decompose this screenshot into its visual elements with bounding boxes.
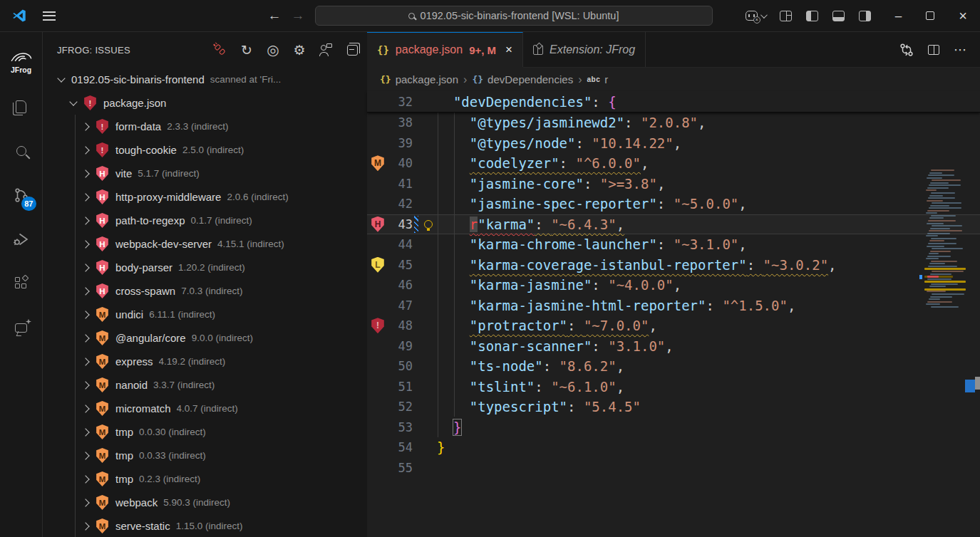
chevron-right-icon[interactable] [81, 240, 89, 248]
dependency-row-form-data[interactable]: !form-data2.3.3 (indirect) [43, 115, 367, 138]
settings-gear-icon[interactable]: ⚙ [292, 42, 307, 58]
chevron-right-icon[interactable] [81, 381, 89, 389]
command-center-search[interactable]: 0192.05-sic-binaris-frontend [WSL: Ubunt… [315, 6, 713, 26]
close-button[interactable]: × [959, 9, 967, 23]
lightbulb-icon[interactable] [424, 220, 433, 229]
code-line-43[interactable]: H43r"karma": "~6.4.3", [367, 214, 980, 235]
dependency-row-webpack-dev-server[interactable]: Hwebpack-dev-server4.15.1 (indirect) [43, 232, 367, 256]
code-line-51[interactable]: 51"tslint": "~6.1.0", [367, 377, 980, 397]
split-editor-icon[interactable] [928, 45, 939, 55]
code-line-46[interactable]: 46"karma-jasmine": "~4.0.0", [367, 275, 980, 296]
tab-extension-jfrog[interactable]: Extension: JFrog [523, 32, 646, 67]
chevron-right-icon[interactable] [81, 475, 89, 483]
code-line-40[interactable]: M40"codelyzer": "^6.0.0", [367, 153, 980, 174]
tab-close-icon[interactable]: × [505, 43, 512, 57]
breadcrumb-item-file[interactable]: {} package.json [380, 73, 458, 85]
collapse-all-icon[interactable] [344, 42, 360, 58]
dependency-row-vite[interactable]: Hvite5.1.7 (indirect) [43, 162, 367, 185]
code-line-55[interactable]: 55 [367, 458, 980, 479]
dependency-row-micromatch[interactable]: Mmicromatch4.0.7 (indirect) [43, 397, 367, 420]
chevron-right-icon[interactable] [81, 522, 89, 530]
chevron-right-icon[interactable] [81, 334, 89, 342]
dependency-row-nanoid[interactable]: Mnanoid3.3.7 (indirect) [43, 373, 367, 397]
chevron-right-icon[interactable] [81, 405, 89, 412]
chevron-right-icon[interactable] [81, 264, 89, 271]
activity-explorer[interactable] [0, 85, 43, 129]
code-line-42[interactable]: 42"jasmine-spec-reporter": "~5.0.0", [367, 194, 980, 214]
dependency-row-http-proxy-middleware[interactable]: Hhttp-proxy-middleware2.0.6 (indirect) [43, 185, 367, 209]
chevron-right-icon[interactable] [81, 499, 89, 506]
overview-ruler-marker[interactable] [965, 380, 975, 392]
copilot-menu-button[interactable]: × [746, 11, 765, 21]
forward-arrow-icon[interactable]: → [292, 8, 305, 24]
dependency-row-body-parser[interactable]: Hbody-parser1.20.2 (indirect) [43, 256, 367, 279]
customize-layout-button[interactable] [780, 11, 792, 21]
tab-package-json[interactable]: {} package.json 9+, M × [367, 32, 523, 67]
chevron-right-icon[interactable] [81, 193, 89, 201]
dependency-row-tmp[interactable]: Mtmp0.2.3 (indirect) [43, 467, 367, 491]
dependency-row-cross-spawn[interactable]: Hcross-spawn7.0.3 (indirect) [43, 279, 367, 303]
chevron-right-icon[interactable] [81, 452, 89, 459]
chevron-right-icon[interactable] [81, 146, 89, 154]
code-line-52[interactable]: 52"typescript": "5.4.5" [367, 397, 980, 417]
refresh-icon[interactable]: ↻ [239, 42, 254, 58]
breadcrumb-item-cursor-symbol[interactable]: abc r [587, 73, 608, 85]
tree-item-label: express [115, 355, 153, 367]
code-line-41[interactable]: 41"jasmine-core": ">=3.8", [367, 174, 980, 194]
scrollbar-thumb[interactable] [975, 377, 980, 390]
more-actions-icon[interactable]: ⋯ [954, 42, 967, 58]
code-line-47[interactable]: 47"karma-jasmine-html-reporter": "^1.5.0… [367, 296, 980, 316]
severity-medium-icon: M [96, 330, 109, 345]
activity-extensions[interactable] [0, 261, 43, 306]
code-line-48[interactable]: !48"protractor": "~7.0.0", [367, 316, 980, 336]
minimap[interactable] [924, 170, 969, 309]
toggle-panel-button[interactable] [832, 11, 845, 21]
code-line-54[interactable]: 54} [367, 437, 980, 458]
activity-jfrog-active[interactable]: JFrog [0, 41, 43, 85]
chevron-right-icon[interactable] [81, 428, 89, 436]
scan-target-icon[interactable]: ◎ [265, 42, 281, 58]
dependency-row-express[interactable]: Mexpress4.19.2 (indirect) [43, 350, 367, 373]
breadcrumb-item-symbol[interactable]: {} devDependencies [472, 73, 573, 85]
code-line-39[interactable]: 39"@types/node": "10.14.22", [367, 133, 980, 154]
menu-icon[interactable] [43, 11, 56, 21]
dependency-row-path-to-regexp[interactable]: Hpath-to-regexp0.1.7 (indirect) [43, 209, 367, 232]
activity-search[interactable] [0, 129, 43, 173]
chevron-right-icon[interactable] [81, 122, 89, 130]
chevron-right-icon[interactable] [81, 358, 89, 365]
dependency-row-tmp[interactable]: Mtmp0.0.30 (indirect) [43, 420, 367, 444]
activity-source-control[interactable]: 87 [0, 173, 43, 217]
disconnect-icon[interactable] [212, 42, 228, 58]
dependency-row-undici[interactable]: Mundici6.11.1 (indirect) [43, 303, 367, 326]
tree-root-workspace[interactable]: 0192.05-sic-binaris-frontendscanned at '… [43, 68, 367, 91]
dependency-row--angular-core[interactable]: M@angular/core9.0.0 (indirect) [43, 326, 367, 350]
toggle-secondary-sidebar-button[interactable] [859, 11, 871, 21]
code-line-45[interactable]: L45"karma-coverage-istanbul-reporter": "… [367, 255, 980, 276]
dependency-row-tough-cookie[interactable]: !tough-cookie2.5.0 (indirect) [43, 138, 367, 162]
dependency-row-webpack[interactable]: Mwebpack5.90.3 (indirect) [43, 491, 367, 514]
code-line-44[interactable]: 44"karma-chrome-launcher": "~3.1.0", [367, 234, 980, 255]
toggle-primary-sidebar-button[interactable] [806, 11, 818, 21]
dependency-row-serve-static[interactable]: Mserve-static1.15.0 (indirect) [43, 514, 367, 537]
code-line-50[interactable]: 50"ts-node": "8.6.2", [367, 356, 980, 377]
minimize-button[interactable]: – [895, 10, 902, 22]
chevron-down-icon[interactable] [69, 98, 77, 105]
tree-file-package-json[interactable]: !package.json [43, 91, 367, 115]
chevron-right-icon[interactable] [81, 287, 89, 295]
chevron-right-icon[interactable] [81, 170, 89, 177]
code-area[interactable]: 38"@types/jasminewd2": "2.0.8",39"@types… [367, 113, 980, 537]
chevron-right-icon[interactable] [81, 311, 89, 318]
back-arrow-icon[interactable]: ← [268, 8, 282, 24]
maximize-button[interactable] [926, 11, 934, 20]
code-line-49[interactable]: 49"sonar-scanner": "3.1.0", [367, 336, 980, 357]
code-line-38[interactable]: 38"@types/jasminewd2": "2.0.8", [367, 113, 980, 133]
chevron-right-icon[interactable] [81, 217, 89, 224]
activity-run-debug[interactable] [0, 217, 43, 261]
open-changes-icon[interactable] [899, 43, 914, 57]
chevron-down-icon[interactable] [57, 74, 65, 82]
dependency-row-tmp[interactable]: Mtmp0.0.33 (indirect) [43, 444, 367, 467]
activity-chat[interactable] [0, 306, 43, 350]
feedback-icon[interactable] [318, 42, 334, 58]
code-line-53[interactable]: 53} [367, 417, 980, 438]
sticky-scroll-line[interactable]: 32 "devDependencies": { [367, 91, 980, 113]
